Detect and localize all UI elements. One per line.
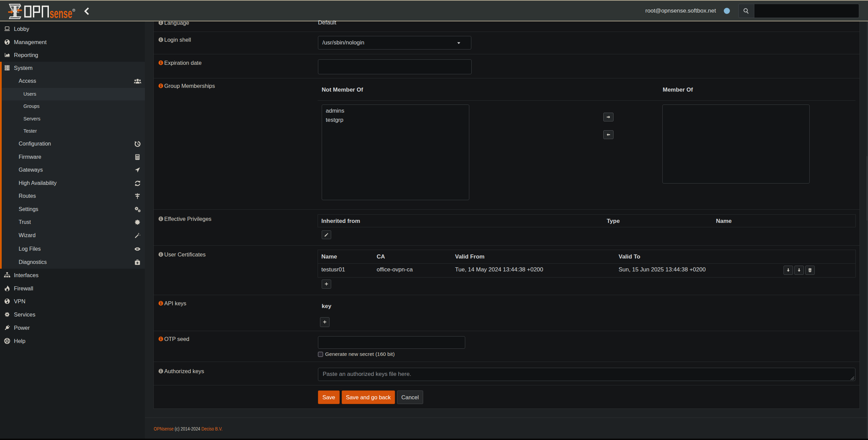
svg-text:R: R [73, 9, 75, 11]
svg-text:sense: sense [50, 6, 72, 20]
